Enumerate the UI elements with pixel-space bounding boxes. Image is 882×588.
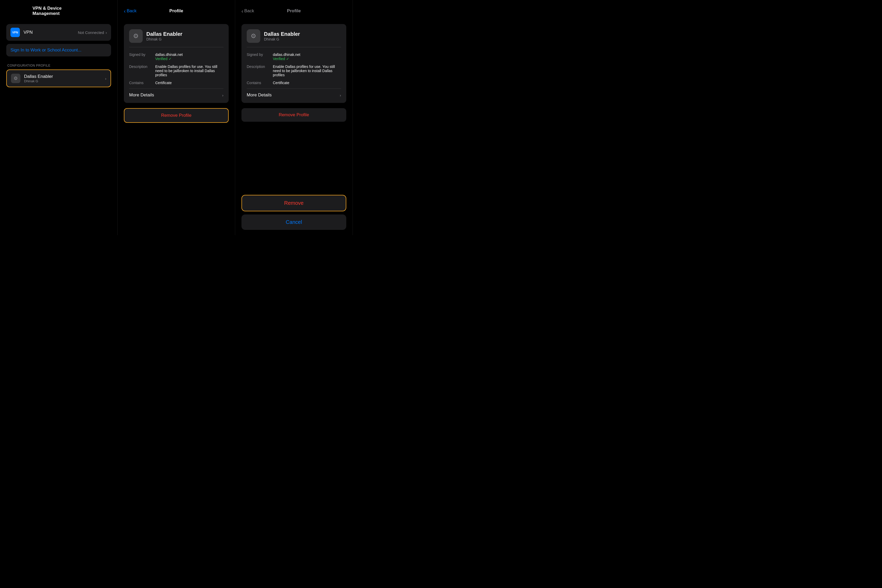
- signed-by-row-3: Signed by dallas.dhinak.net Verified ✓: [247, 52, 341, 61]
- panel3-back-button[interactable]: ‹ Back: [242, 8, 254, 14]
- panel3-header: ‹ Back Profile: [242, 5, 346, 17]
- panel2-back-label: Back: [127, 8, 137, 14]
- section-label: CONFIGURATION PROFILE: [8, 64, 111, 68]
- chevron-right-icon: ›: [105, 30, 107, 35]
- more-details-chevron-icon-3: ›: [340, 93, 341, 98]
- panel2-back-chevron-icon: ‹: [124, 8, 126, 14]
- cancel-button[interactable]: Cancel: [242, 214, 346, 230]
- description-label-2: Description: [129, 64, 155, 69]
- profile-card-icon-3: ⚙: [247, 29, 260, 43]
- profile-card-name-3: Dallas Enabler: [264, 31, 300, 37]
- page-title: VPN & Device Management: [32, 6, 85, 16]
- sign-in-button[interactable]: Sign In to Work or School Account...: [6, 44, 111, 56]
- panel3-back-label: Back: [244, 8, 254, 14]
- gear-icon-3: ⚙: [251, 32, 256, 40]
- vpn-row[interactable]: VPN VPN Not Connected ›: [6, 24, 111, 41]
- gear-icon: ⚙: [14, 75, 18, 81]
- contains-label-2: Contains: [129, 81, 155, 85]
- signed-by-row-2: Signed by dallas.dhinak.net Verified ✓: [129, 52, 224, 61]
- vpn-status: Not Connected: [78, 30, 104, 35]
- description-value-2: Enable Dallas profiles for use. You stil…: [155, 64, 224, 77]
- more-details-label-3: More Details: [247, 93, 272, 98]
- more-details-row-3[interactable]: More Details ›: [247, 88, 341, 98]
- remove-button[interactable]: Remove: [242, 195, 346, 212]
- action-buttons: Remove Cancel: [242, 195, 346, 230]
- signed-by-value-2: dallas.dhinak.net: [155, 52, 183, 57]
- remove-profile-button-3[interactable]: Remove Profile: [242, 108, 346, 122]
- profile-card-info-3: Dallas Enabler Dhinak G: [264, 31, 300, 41]
- panel-vpn-management: VPN & Device Management VPN VPN Not Conn…: [0, 0, 117, 235]
- profile-card-header-3: ⚙ Dallas Enabler Dhinak G: [247, 29, 341, 47]
- profile-card-2: ⚙ Dallas Enabler Dhinak G Signed by dall…: [124, 24, 229, 103]
- panel1-header: VPN & Device Management: [6, 5, 111, 17]
- profile-card-name-2: Dallas Enabler: [146, 31, 182, 37]
- description-row-2: Description Enable Dallas profiles for u…: [129, 64, 224, 77]
- profile-icon: ⚙: [11, 74, 20, 83]
- profile-chevron-icon: ›: [105, 76, 107, 81]
- profile-info: Dallas Enabler Dhinak G: [24, 74, 105, 83]
- panel3-title: Profile: [287, 8, 301, 14]
- vpn-label: VPN: [24, 30, 78, 35]
- more-details-label-2: More Details: [129, 93, 154, 98]
- profile-sub: Dhinak G: [24, 79, 105, 83]
- vpn-badge: VPN: [11, 28, 20, 37]
- description-value-3: Enable Dallas profiles for use. You stil…: [273, 64, 341, 77]
- contains-row-2: Contains Certificate: [129, 81, 224, 85]
- profile-card-sub-2: Dhinak G: [146, 37, 182, 41]
- contains-value-3: Certificate: [273, 81, 289, 85]
- profile-name: Dallas Enabler: [24, 74, 105, 79]
- gear-icon-2: ⚙: [133, 32, 139, 40]
- panel2-title: Profile: [169, 8, 183, 14]
- signed-by-value-3: dallas.dhinak.net: [273, 52, 300, 57]
- profile-card-info-2: Dallas Enabler Dhinak G: [146, 31, 182, 41]
- panel2-header: ‹ Back Profile: [124, 5, 229, 17]
- panel3-top: ‹ Back Profile ⚙ Dallas Enabler Dhinak G…: [242, 5, 346, 122]
- panel-profile-confirm: ‹ Back Profile ⚙ Dallas Enabler Dhinak G…: [235, 0, 353, 235]
- more-details-chevron-icon-2: ›: [222, 93, 224, 98]
- remove-profile-button-2[interactable]: Remove Profile: [124, 108, 229, 123]
- more-details-row-2[interactable]: More Details ›: [129, 88, 224, 98]
- dallas-enabler-row[interactable]: ⚙ Dallas Enabler Dhinak G ›: [6, 69, 111, 87]
- contains-value-2: Certificate: [155, 81, 172, 85]
- panel3-back-chevron-icon: ‹: [242, 8, 243, 14]
- verified-label-3: Verified ✓: [273, 57, 300, 61]
- verified-label-2: Verified ✓: [155, 57, 183, 61]
- description-label-3: Description: [247, 64, 273, 69]
- signed-by-label-3: Signed by: [247, 52, 273, 57]
- profile-card-header-2: ⚙ Dallas Enabler Dhinak G: [129, 29, 224, 47]
- signed-by-label-2: Signed by: [129, 52, 155, 57]
- profile-card-icon-2: ⚙: [129, 29, 143, 43]
- contains-label-3: Contains: [247, 81, 273, 85]
- description-row-3: Description Enable Dallas profiles for u…: [247, 64, 341, 77]
- profile-card-3: ⚙ Dallas Enabler Dhinak G Signed by dall…: [242, 24, 346, 103]
- profile-card-sub-3: Dhinak G: [264, 37, 300, 41]
- panel-profile-detail: ‹ Back Profile ⚙ Dallas Enabler Dhinak G…: [117, 0, 235, 235]
- contains-row-3: Contains Certificate: [247, 81, 341, 85]
- panel2-back-button[interactable]: ‹ Back: [124, 8, 137, 14]
